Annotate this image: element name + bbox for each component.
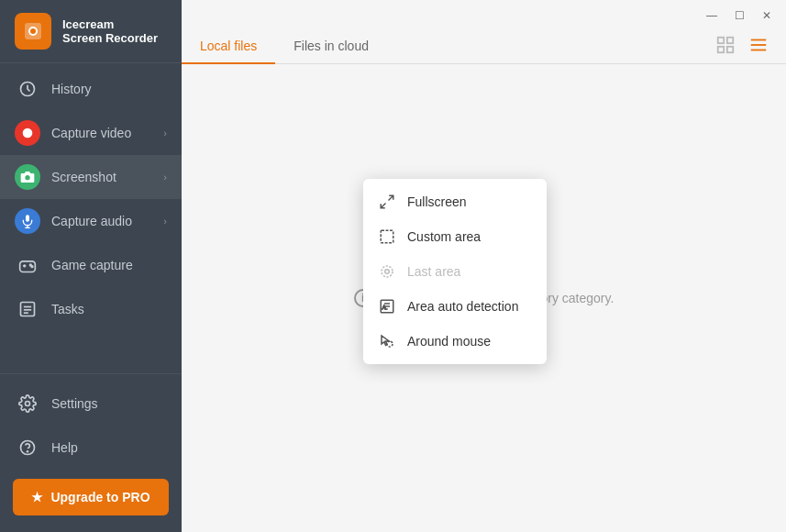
- gear-icon: [15, 391, 40, 416]
- close-button[interactable]: ✕: [758, 7, 775, 24]
- star-icon: ★: [31, 490, 43, 504]
- chevron-right-icon-2: ›: [163, 172, 167, 183]
- svg-point-16: [26, 402, 30, 406]
- dropdown-item-last-area-label: Last area: [407, 264, 460, 279]
- sidebar-item-capture-audio[interactable]: Capture audio ›: [0, 199, 182, 243]
- app-title-line2: Screen Recorder: [62, 31, 158, 45]
- svg-point-29: [382, 266, 393, 277]
- sidebar-item-tasks-label: Tasks: [51, 302, 167, 316]
- around-mouse-icon: [378, 332, 396, 350]
- last-area-icon: [378, 262, 396, 281]
- svg-rect-22: [727, 46, 733, 51]
- tasks-icon: [15, 296, 40, 322]
- svg-point-30: [385, 270, 390, 274]
- dropdown-item-custom-area[interactable]: Custom area: [363, 219, 547, 254]
- sidebar-item-game-capture[interactable]: Game capture: [0, 243, 182, 287]
- upgrade-button[interactable]: ★ Upgrade to PRO: [13, 479, 169, 515]
- camera-icon: [15, 164, 40, 190]
- dropdown-item-around-mouse-label: Around mouse: [407, 334, 491, 349]
- dropdown-item-fullscreen-label: Fullscreen: [407, 194, 467, 209]
- sidebar-item-history[interactable]: History: [0, 67, 182, 111]
- sidebar-item-help-label: Help: [51, 440, 167, 455]
- mic-icon: [15, 208, 40, 234]
- sidebar-item-settings-label: Settings: [51, 396, 167, 411]
- app-title: Icecream Screen Recorder: [62, 17, 158, 45]
- svg-rect-21: [718, 46, 724, 51]
- svg-rect-28: [381, 230, 393, 243]
- sidebar-item-capture-audio-label: Capture audio: [51, 214, 152, 228]
- sidebar-nav: History Capture video › Screenshot ›: [0, 63, 182, 373]
- custom-area-icon: [378, 227, 396, 246]
- svg-text:A: A: [382, 305, 386, 310]
- sidebar-bottom: Settings Help ★ Upgrade to PRO: [0, 373, 182, 532]
- sidebar-item-tasks[interactable]: Tasks: [0, 287, 182, 331]
- dropdown-item-around-mouse[interactable]: Around mouse: [363, 324, 547, 359]
- app-title-line1: Icecream: [62, 17, 158, 31]
- tabs-right: [713, 32, 786, 61]
- tab-local-files[interactable]: Local files: [182, 29, 275, 64]
- dropdown-item-area-auto-label: Area auto detection: [407, 299, 518, 314]
- minimize-button[interactable]: —: [703, 7, 720, 24]
- main-content: — ☐ ✕ Local files Files in cloud: [182, 0, 786, 532]
- title-bar: — ☐ ✕: [692, 0, 786, 31]
- clock-icon: [15, 76, 40, 102]
- sidebar-item-history-label: History: [51, 82, 167, 96]
- chevron-right-icon-3: ›: [163, 216, 167, 227]
- tab-files-in-cloud[interactable]: Files in cloud: [275, 29, 387, 64]
- dropdown-item-fullscreen[interactable]: Fullscreen: [363, 184, 547, 219]
- list-view-button[interactable]: [746, 32, 771, 58]
- grid-view-button[interactable]: [713, 32, 738, 58]
- svg-point-33: [387, 341, 393, 347]
- app-header: Icecream Screen Recorder: [0, 0, 182, 63]
- maximize-button[interactable]: ☐: [731, 7, 747, 24]
- dropdown-item-area-auto[interactable]: A Area auto detection: [363, 289, 547, 324]
- sidebar-item-help[interactable]: Help: [0, 426, 182, 470]
- sidebar-item-settings[interactable]: Settings: [0, 382, 182, 426]
- app-logo-icon: [22, 20, 44, 42]
- gamepad-icon: [15, 252, 40, 278]
- svg-line-27: [381, 204, 385, 208]
- sidebar-item-capture-video-label: Capture video: [51, 126, 152, 140]
- sidebar-item-screenshot[interactable]: Screenshot ›: [0, 155, 182, 199]
- sidebar: Icecream Screen Recorder History Capture…: [0, 0, 182, 532]
- area-auto-icon: A: [378, 297, 396, 316]
- app-logo: [15, 13, 51, 50]
- svg-rect-19: [718, 37, 724, 42]
- svg-rect-6: [26, 215, 29, 221]
- sidebar-item-screenshot-label: Screenshot: [51, 170, 152, 184]
- svg-point-4: [23, 128, 33, 139]
- record-icon: [15, 120, 40, 146]
- svg-rect-20: [727, 37, 733, 42]
- screenshot-dropdown: Fullscreen Custom area Last area: [363, 179, 547, 364]
- sidebar-item-capture-video[interactable]: Capture video ›: [0, 111, 182, 155]
- sidebar-item-game-capture-label: Game capture: [51, 258, 167, 272]
- dropdown-item-custom-area-label: Custom area: [407, 229, 481, 244]
- upgrade-label: Upgrade to PRO: [50, 490, 149, 504]
- svg-point-5: [25, 175, 29, 180]
- svg-line-26: [389, 195, 393, 200]
- fullscreen-icon: [378, 193, 396, 211]
- svg-point-11: [31, 266, 33, 268]
- chevron-right-icon: ›: [163, 127, 167, 139]
- dropdown-item-last-area: Last area: [363, 254, 547, 289]
- question-icon: [15, 435, 40, 460]
- svg-point-2: [30, 28, 36, 34]
